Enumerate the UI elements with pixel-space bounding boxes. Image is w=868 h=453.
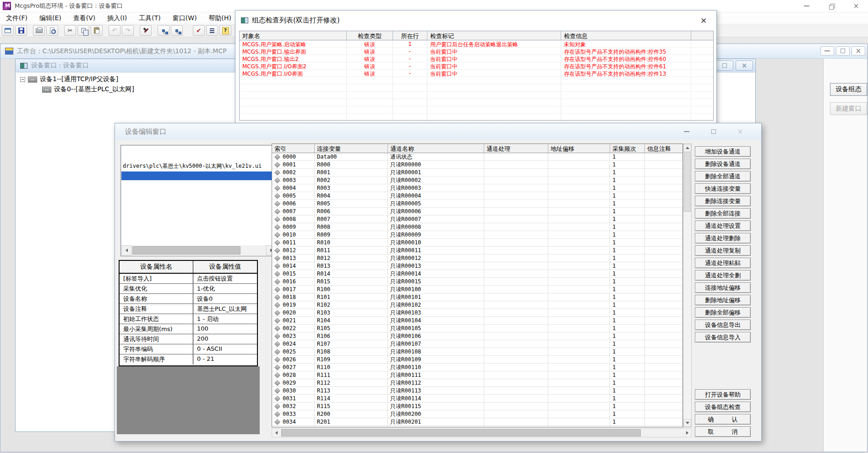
- toolbar-redo-button[interactable]: ↷: [122, 25, 134, 36]
- action-button-3[interactable]: 快速连接变量: [695, 183, 751, 194]
- property-row[interactable]: 通讯等待时间200: [120, 334, 257, 344]
- action-button-12[interactable]: 删除地址偏移: [695, 295, 751, 305]
- action-button-15[interactable]: 设备信息导入: [695, 332, 751, 343]
- toolbar-print-preview-button[interactable]: [46, 25, 58, 36]
- workbench-minimize-button[interactable]: [820, 46, 834, 55]
- action-button-9[interactable]: 通道处理粘贴: [695, 258, 751, 268]
- minimize-button[interactable]: [798, 1, 815, 11]
- tree-item-0[interactable]: 设备1--[通用TCP/IP父设备]: [20, 75, 118, 84]
- channel-row[interactable]: 0014R013只读R000131: [272, 262, 682, 270]
- channel-row[interactable]: 0002R001只读R000011: [272, 169, 682, 177]
- channel-row[interactable]: 0001R000只读R000001: [272, 161, 682, 169]
- toolbar-save-button[interactable]: [15, 25, 27, 36]
- menu-item-1[interactable]: 编辑(E): [33, 13, 67, 24]
- check-table-row[interactable]: MCGS.用户窗口.I/O界面2错误-当前窗口中存在该型号产品不支持的动画构件:…: [240, 62, 713, 70]
- action-button-2[interactable]: 删除全部通道: [695, 171, 751, 182]
- channel-row[interactable]: 0031R114只读R001141: [272, 395, 682, 403]
- channel-row[interactable]: 0004R003只读R000031: [272, 184, 682, 192]
- channel-row[interactable]: 0009R008只读R000081: [272, 223, 682, 231]
- scroll-thumb[interactable]: [281, 429, 641, 436]
- action-button-7[interactable]: 通道处理删除: [695, 233, 751, 243]
- menu-item-6[interactable]: 帮助(H): [203, 13, 237, 24]
- channel-row[interactable]: 0011R010只读R000101: [272, 239, 682, 247]
- property-row[interactable]: 字符串解码顺序0 - 21: [120, 354, 257, 365]
- toolbar-new-window-button[interactable]: [2, 25, 14, 36]
- scroll-up-button[interactable]: [683, 144, 691, 152]
- toolbar-cut-button[interactable]: ✂: [64, 25, 76, 36]
- cancel-button[interactable]: 取 消: [695, 426, 751, 437]
- check-table-row[interactable]: MCGS.用户窗口.输出2错误-当前窗口中存在该型号产品不支持的动画构件:控件6…: [240, 55, 713, 62]
- check-table-row[interactable]: MCGS.用户窗口.输出界面错误-当前窗口中存在该型号产品不支持的动画构件:控件…: [240, 48, 713, 55]
- property-row[interactable]: 设备注释基恩士PLC_以太网: [120, 304, 257, 314]
- toolbar-paste-button[interactable]: [91, 25, 103, 36]
- channel-row[interactable]: 0027R110只读R001101: [272, 364, 682, 371]
- action-button-10[interactable]: 通道处理全删: [695, 270, 751, 281]
- scroll-left-button[interactable]: [121, 245, 131, 255]
- channel-row[interactable]: 0016R015只读R000151: [272, 278, 682, 286]
- confirm-button[interactable]: 确 认: [695, 414, 751, 425]
- workbench-close-button[interactable]: ×: [852, 46, 865, 55]
- action-button-8[interactable]: 通道处理复制: [695, 245, 751, 256]
- toolbar-copy-button[interactable]: [77, 25, 89, 36]
- menu-item-3[interactable]: 插入(I): [101, 13, 133, 24]
- channel-row[interactable]: 0028R111只读R001111: [272, 371, 682, 379]
- channel-row[interactable]: 0032R115只读R001151: [272, 403, 682, 410]
- action-button-13[interactable]: 删除全部偏移: [695, 307, 751, 318]
- scroll-down-button[interactable]: [683, 419, 691, 427]
- toolbar-syntax-check-button[interactable]: ✔: [193, 25, 205, 36]
- channel-row[interactable]: 0000Data00通讯状态1: [272, 153, 682, 161]
- channel-row[interactable]: 0029R112只读R001121: [272, 379, 682, 387]
- toolbar-collapse-tree-button[interactable]: [171, 25, 183, 36]
- action-button-11[interactable]: 连接地址偏移: [695, 282, 751, 293]
- selected-driver-row[interactable]: [121, 171, 276, 180]
- driver-listbox-hscrollbar[interactable]: [121, 245, 276, 255]
- channel-row[interactable]: 0021R104只读R001041: [272, 317, 682, 325]
- device-window-close-button[interactable]: ×: [736, 61, 753, 71]
- toolbar-undo-button[interactable]: ↶: [109, 25, 120, 36]
- side-button-device-config[interactable]: 设备组态: [830, 83, 867, 96]
- property-row[interactable]: 采集优化1-优化: [120, 284, 257, 294]
- channel-row[interactable]: 0034R201只读R002011: [272, 418, 682, 426]
- channel-row[interactable]: 0003R002只读R000021: [272, 177, 682, 184]
- channel-table-vscrollbar[interactable]: [683, 144, 692, 427]
- channel-row[interactable]: 0005R004只读R000041: [272, 192, 682, 200]
- driver-path-item[interactable]: drivers\plc\基恩士\kv5000-以太网\kv_le21v.ui: [123, 162, 262, 170]
- property-row[interactable]: 初始工作状态1 - 启动: [120, 314, 257, 324]
- device-window-maximize-button[interactable]: [716, 61, 733, 71]
- channel-row[interactable]: 0022R105只读R001051: [272, 325, 682, 332]
- channel-row[interactable]: 0006R005只读R000051: [272, 200, 682, 208]
- editor-titlebar[interactable]: 设备编辑窗口: [115, 123, 761, 140]
- channel-row[interactable]: 0017R100只读R001001: [272, 286, 682, 293]
- toolbar-print-button[interactable]: [33, 25, 45, 36]
- tree-expand-toggle[interactable]: [20, 77, 25, 82]
- toolbar-tools-button[interactable]: [140, 25, 152, 36]
- property-row[interactable]: 设备名称设备0: [120, 294, 257, 304]
- scroll-thumb[interactable]: [684, 152, 691, 212]
- check-dialog-close-button[interactable]: ✕: [697, 15, 710, 26]
- channel-row[interactable]: 0025R108只读R001081: [272, 348, 682, 356]
- property-row[interactable]: 字符串编码0 - ASCII: [120, 344, 257, 354]
- channel-row[interactable]: 0023R106只读R001061: [272, 332, 682, 340]
- channel-row[interactable]: 0024R107只读R001071: [272, 340, 682, 348]
- action-button-1[interactable]: 删除设备通道: [695, 159, 751, 169]
- property-row[interactable]: 最小采集周期(ms)100: [120, 324, 257, 334]
- property-row[interactable]: [标签导入]点击按钮设置: [120, 274, 257, 284]
- channel-row[interactable]: 0018R101只读R001011: [272, 293, 682, 301]
- channel-row[interactable]: 0033R200只读R002001: [272, 410, 682, 418]
- scroll-thumb[interactable]: [132, 246, 240, 254]
- menu-item-5[interactable]: 窗口(W): [167, 13, 203, 24]
- scroll-right-button[interactable]: [683, 429, 691, 437]
- toolbar-help-button[interactable]: ?: [219, 25, 231, 36]
- channel-row[interactable]: 0013R012只读R000121: [272, 254, 682, 262]
- menu-item-4[interactable]: 工具(T): [133, 13, 166, 24]
- channel-table-hscrollbar[interactable]: [272, 428, 692, 437]
- channel-row[interactable]: 0007R006只读R000061: [272, 208, 682, 215]
- menu-item-0[interactable]: 文件(F): [0, 13, 33, 24]
- channel-row[interactable]: 0012R011只读R000111: [272, 247, 682, 254]
- channel-row[interactable]: 0015R014只读R000141: [272, 270, 682, 278]
- channel-row[interactable]: 0019R102只读R001021: [272, 301, 682, 309]
- close-button[interactable]: ×: [848, 1, 864, 11]
- channel-row[interactable]: 0010R009只读R000091: [272, 231, 682, 239]
- menu-item-2[interactable]: 查看(V): [67, 13, 102, 24]
- channel-row[interactable]: 0020R103只读R001031: [272, 309, 682, 317]
